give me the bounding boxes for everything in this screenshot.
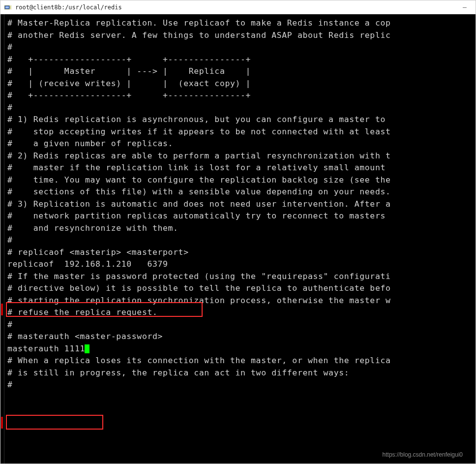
terminal-line: # directive below) it is possible to tel… [7,282,468,295]
terminal-line: # stop accepting writes if it appears to… [7,126,468,138]
terminal-line: # sections of this file) with a sensible… [7,186,468,198]
cursor [85,344,89,353]
minimize-button[interactable]: — [459,2,471,12]
svg-rect-1 [5,6,9,8]
terminal-line: # If the master is password protected (u… [7,271,468,283]
terminal-line: # master if the replication link is lost… [7,162,468,174]
terminal-line: # another Redis server. A few things to … [7,30,468,42]
gutter-mark [1,304,3,315]
window-controls: — [459,2,473,12]
terminal-line: # network partition replicas automatical… [7,210,468,222]
terminal-line: # [7,102,468,114]
terminal-line: # [7,234,468,247]
highlight-box [6,415,103,430]
terminal-line: # 2) Redis replicas are able to perform … [7,150,468,162]
terminal-line: # When a replica loses its connection wi… [7,355,468,367]
terminal-line: # [7,41,468,54]
terminal-line: # [7,319,468,331]
terminal-line: # 3) Replication is automatic and does n… [7,198,468,211]
window-title: root@client8b:/usr/local/redis [15,4,459,11]
terminal-line: # replicaof <masterip> <masterport> [7,247,468,259]
terminal-line: # refuse the replica request. [7,307,468,319]
terminal-line: masterauth 1111 [7,343,468,355]
terminal-line: # | (receive writes) | | (exact copy) | [7,78,468,90]
putty-icon [3,3,12,12]
terminal-line: # is still in progress, the replica can … [7,367,468,379]
terminal-line: # +------------------+ +---------------+ [7,90,468,102]
terminal-line: # | Master | ---> | Replica | [7,65,468,78]
scrollbar[interactable] [468,14,476,464]
terminal[interactable]: # Master-Replica replication. Use replic… [4,14,468,464]
terminal-line: # [7,379,468,391]
titlebar[interactable]: root@client8b:/usr/local/redis — [0,0,476,14]
watermark: https://blog.csdn.net/renfeigui0 [383,449,463,461]
terminal-line: # masterauth <master-password> [7,331,468,343]
terminal-line: # and resynchronize with them. [7,222,468,235]
terminal-line: # a given number of replicas. [7,138,468,150]
terminal-line: replicaof 192.168.1.210 6379 [7,258,468,271]
terminal-line: # starting the replication synchronizati… [7,295,468,307]
terminal-area: # Master-Replica replication. Use replic… [0,14,476,464]
terminal-line: # +------------------+ +---------------+ [7,54,468,66]
gutter [0,14,4,464]
minimize-icon: — [463,3,467,11]
terminal-line: # 1) Redis replication is asynchronous, … [7,114,468,126]
gutter-mark [1,417,3,429]
putty-window: root@client8b:/usr/local/redis — # Maste… [0,0,476,464]
terminal-line: # Master-Replica replication. Use replic… [7,17,468,30]
terminal-line: # time. You may want to configure the re… [7,174,468,186]
